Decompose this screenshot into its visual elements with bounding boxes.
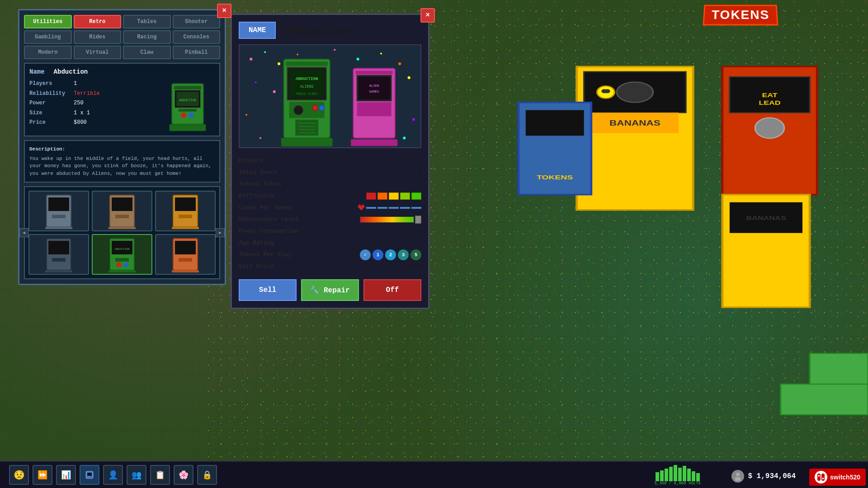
scroll-right-button[interactable]: ▶ (216, 228, 225, 237)
power-bar-10 (696, 473, 700, 481)
hud-settings-button[interactable]: 🌸 (174, 465, 193, 485)
power-label: Power Consumption (239, 225, 299, 237)
hud-person-button[interactable]: 👤 (103, 465, 123, 485)
tokens-sign: TOKENS (703, 5, 778, 26)
off-button[interactable]: Off (363, 279, 421, 301)
action-buttons: Sell 🔧 Repair Off (239, 279, 421, 301)
svg-point-64 (357, 58, 359, 61)
power-bar-3 (665, 469, 668, 481)
tab-tables[interactable]: Tables (123, 15, 171, 28)
money-display: $ 1,934,064 (731, 470, 796, 483)
repair-button[interactable]: 🔧 Repair (301, 279, 359, 301)
machine-item-5[interactable]: ABDUCTION (92, 234, 152, 275)
token-1: 1 (373, 249, 383, 260)
machine-item-1[interactable] (28, 191, 89, 231)
svg-point-110 (822, 478, 824, 479)
power-bar-2 (660, 470, 664, 481)
sell-price-row: Sell Price $320 (239, 261, 421, 272)
svg-rect-44 (52, 258, 66, 262)
machine-1-svg (43, 193, 75, 229)
tab-claw[interactable]: Claw (123, 46, 171, 59)
tab-racing[interactable]: Racing (123, 30, 171, 44)
tab-pinball[interactable]: Pinball (173, 46, 221, 59)
age-label: Age Rating (239, 237, 274, 249)
name-label: Name (29, 68, 45, 75)
tab-modern[interactable]: Modern (24, 46, 72, 59)
machine-item-4[interactable] (28, 234, 89, 275)
catalog-machine-preview: ABDUCTION (160, 79, 215, 131)
hud-people-button[interactable]: 👥 (127, 465, 146, 485)
diff-seg-2 (377, 192, 387, 200)
svg-point-59 (264, 51, 266, 53)
item-stats: Players1 ReliabilityTerrible Power250 Si… (29, 79, 100, 131)
machine-2-svg (106, 193, 138, 229)
hud-speed-button[interactable]: ⏩ (33, 465, 52, 485)
svg-rect-45 (45, 270, 72, 272)
svg-point-65 (380, 52, 382, 54)
tab-retro[interactable]: Retro (74, 15, 122, 28)
tab-rides[interactable]: Rides (74, 30, 122, 44)
difficulty-row: Difficulty (239, 190, 421, 202)
item-info-header: Name Abduction (29, 68, 215, 75)
hud-stats-button[interactable]: 📊 (56, 465, 76, 485)
svg-rect-99 (357, 102, 392, 116)
svg-rect-87 (281, 138, 332, 146)
detail-panel-title: Abduction (285, 23, 351, 38)
life-heart (358, 204, 365, 211)
catalog-close-button[interactable]: × (217, 4, 231, 18)
power-bar-7 (683, 466, 686, 481)
svg-point-70 (408, 76, 410, 79)
power-row: Power Consumption 250 v (239, 225, 421, 237)
sell-button[interactable]: Sell (239, 279, 297, 301)
tokens-taken-row: Tokens Taken 0 (239, 178, 421, 190)
tab-shooter[interactable]: Shooter (173, 15, 221, 28)
machine-3-svg (170, 193, 201, 229)
svg-rect-55 (179, 258, 192, 262)
total-users-value: 0 (418, 167, 421, 178)
catalog-machine-svg: ABDUCTION (165, 79, 210, 131)
svg-rect-51 (123, 263, 129, 267)
svg-rect-32 (52, 215, 66, 218)
stat-players-label: Players (29, 79, 70, 89)
stat-price-value: $800 (74, 118, 87, 128)
svg-rect-102 (87, 473, 92, 476)
description-box: Description: You wake up in the middle o… (24, 140, 220, 183)
stat-power-label: Power (29, 99, 70, 108)
life-dash-1 (366, 207, 376, 209)
detail-panel-header: NAME Abduction (239, 22, 421, 39)
detail-close-button[interactable]: × (420, 8, 435, 23)
switch-label: switch520 (830, 474, 860, 481)
description-text: You wake up in the middle of a field, yo… (29, 155, 215, 178)
scroll-left-button[interactable]: ◀ (19, 228, 28, 237)
hud-arcade-button[interactable] (80, 465, 99, 485)
tab-utilities[interactable]: Utilities (24, 15, 72, 28)
item-name-value: Abduction (54, 68, 88, 75)
tab-virtual[interactable]: Virtual (74, 46, 122, 59)
money-amount: $ 1,934,064 (748, 472, 796, 480)
arcade-icon (84, 469, 95, 480)
hud-lock-button[interactable]: 🔒 (197, 465, 217, 485)
svg-point-103 (87, 476, 89, 478)
token-2: 2 (385, 249, 396, 260)
name-button[interactable]: NAME (239, 22, 276, 39)
svg-rect-96 (359, 77, 390, 99)
difficulty-bar (366, 192, 421, 200)
stat-size-label: Size (29, 108, 70, 118)
hud-list-button[interactable]: 📋 (150, 465, 170, 485)
svg-rect-56 (172, 270, 199, 272)
total-users-row: Total Users 0 (239, 167, 421, 178)
svg-point-66 (398, 62, 401, 65)
machine-item-6[interactable] (155, 234, 216, 275)
hud-mood-button[interactable]: 😟 (9, 465, 29, 485)
svg-text:ABDUCTION: ABDUCTION (115, 248, 130, 251)
machine-4-svg (43, 236, 75, 272)
machine-item-3[interactable] (155, 191, 216, 231)
tab-consoles[interactable]: Consoles (173, 30, 221, 44)
stat-price-label: Price (29, 118, 70, 128)
svg-rect-26 (179, 109, 197, 112)
svg-point-67 (255, 81, 257, 83)
machine-item-2[interactable] (92, 191, 152, 231)
tab-gambling[interactable]: Gambling (24, 30, 72, 44)
svg-rect-88 (295, 119, 318, 136)
diff-seg-5 (411, 192, 421, 200)
